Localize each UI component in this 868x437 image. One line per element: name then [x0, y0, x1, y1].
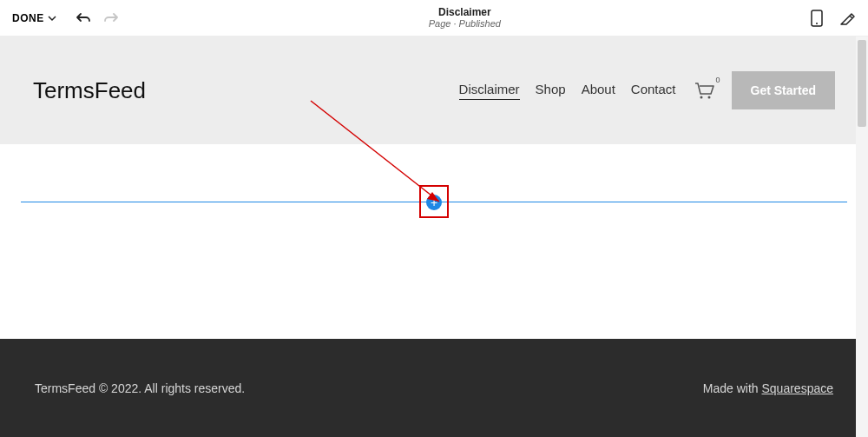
mobile-icon — [811, 10, 823, 27]
site-footer: TermsFeed © 2022. All rights reserved. M… — [0, 339, 868, 437]
plus-icon: + — [431, 196, 437, 209]
nav-link-shop[interactable]: Shop — [536, 82, 566, 100]
topbar-right — [811, 10, 856, 27]
site-header: TermsFeed Disclaimer Shop About Contact … — [0, 36, 868, 144]
svg-point-1 — [816, 23, 818, 24]
nav-area: Disclaimer Shop About Contact 0 Get Star… — [459, 71, 835, 109]
editor-topbar: DONE Disclaimer Page · Published — [0, 0, 868, 36]
mobile-preview-button[interactable] — [811, 10, 823, 27]
done-label: DONE — [12, 12, 44, 24]
svg-point-2 — [700, 96, 702, 99]
insert-line: + — [21, 202, 847, 202]
nav-links: Disclaimer Shop About Contact — [459, 82, 676, 100]
canvas: TermsFeed Disclaimer Shop About Contact … — [0, 36, 868, 437]
cart-button[interactable]: 0 — [694, 82, 714, 99]
svg-point-3 — [707, 96, 710, 99]
cart-count: 0 — [716, 76, 720, 84]
page-title: Disclaimer — [429, 6, 501, 18]
styles-button[interactable] — [838, 10, 856, 27]
footer-copyright: TermsFeed © 2022. All rights reserved. — [35, 381, 245, 395]
page-meta: Page · Published — [429, 18, 501, 30]
made-with-prefix: Made with — [703, 381, 762, 395]
nav-link-about[interactable]: About — [582, 82, 615, 100]
undo-icon — [76, 11, 91, 25]
chevron-down-icon — [48, 14, 56, 23]
cart-icon — [694, 82, 714, 99]
nav-link-disclaimer[interactable]: Disclaimer — [459, 82, 520, 100]
scrollbar[interactable] — [856, 36, 868, 437]
made-with-link[interactable]: Squarespace — [761, 381, 833, 395]
brand-logo[interactable]: TermsFeed — [33, 77, 146, 104]
nav-link-contact[interactable]: Contact — [631, 82, 676, 100]
topbar-left: DONE — [12, 11, 119, 25]
add-block-button[interactable]: + — [426, 195, 442, 210]
footer-right: Made with Squarespace — [703, 381, 833, 395]
undo-button[interactable] — [76, 11, 91, 25]
content-area[interactable]: + — [0, 144, 868, 339]
get-started-button[interactable]: Get Started — [732, 71, 835, 109]
redo-button — [103, 11, 119, 25]
done-button[interactable]: DONE — [12, 12, 56, 24]
undo-redo-group — [76, 11, 119, 25]
topbar-center: Disclaimer Page · Published — [429, 6, 501, 30]
scroll-thumb[interactable] — [858, 40, 866, 127]
redo-icon — [103, 11, 119, 25]
paintbrush-icon — [838, 10, 856, 27]
